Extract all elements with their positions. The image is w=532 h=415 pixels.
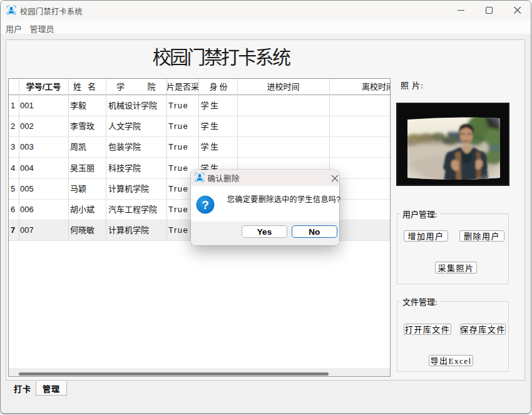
svg-text:?: ? [202, 198, 209, 212]
